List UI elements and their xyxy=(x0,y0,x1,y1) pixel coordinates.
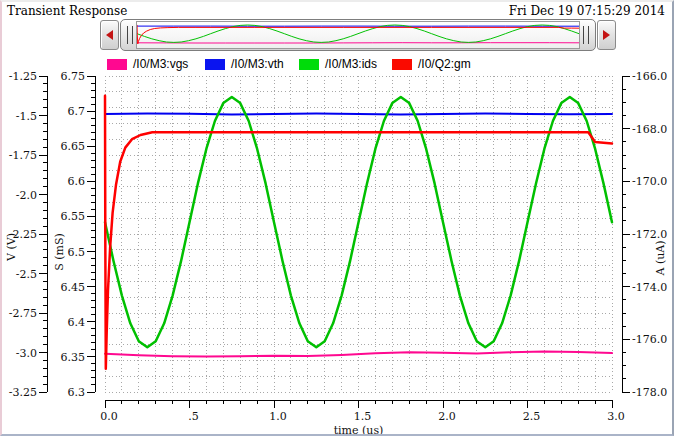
svg-text:6.35: 6.35 xyxy=(61,351,86,364)
svg-text:-178.0: -178.0 xyxy=(632,386,667,399)
svg-text:S (mS): S (mS) xyxy=(53,233,66,271)
scrollbar-thumb[interactable] xyxy=(120,19,596,51)
svg-text:-1.25: -1.25 xyxy=(9,70,37,83)
svg-text:-176.0: -176.0 xyxy=(632,333,667,346)
svg-text:-170.0: -170.0 xyxy=(632,175,667,188)
svg-text:1.0: 1.0 xyxy=(269,410,287,423)
svg-text:-168.0: -168.0 xyxy=(632,123,667,136)
scroll-left-button[interactable] xyxy=(100,20,119,50)
svg-text:3.0: 3.0 xyxy=(607,410,625,423)
svg-text:A (uA): A (uA) xyxy=(654,240,667,276)
plot-canvas[interactable]: -1.25-1.5-1.75-2.0-2.25-2.5-2.75-3.0-3.2… xyxy=(2,68,674,436)
scroll-right-button[interactable] xyxy=(597,20,616,50)
svg-text:6.45: 6.45 xyxy=(61,281,86,294)
svg-text:-1.75: -1.75 xyxy=(9,149,37,162)
svg-text:6.3: 6.3 xyxy=(68,386,86,399)
svg-text:6.65: 6.65 xyxy=(61,140,86,153)
plot-svg: -1.25-1.5-1.75-2.0-2.25-2.5-2.75-3.0-3.2… xyxy=(2,68,674,436)
svg-text:1.5: 1.5 xyxy=(354,410,372,423)
svg-text:-166.0: -166.0 xyxy=(632,70,667,83)
svg-text:6.55: 6.55 xyxy=(61,210,86,223)
svg-text:0.0: 0.0 xyxy=(100,410,118,423)
right-arrow-icon xyxy=(603,30,610,40)
left-arrow-icon xyxy=(106,30,113,40)
waveform-minimap[interactable] xyxy=(136,21,580,49)
svg-text:-3.0: -3.0 xyxy=(16,347,37,360)
thumb-grip-right[interactable] xyxy=(583,26,589,44)
svg-text:-2.0: -2.0 xyxy=(16,189,37,202)
minimap-waveform-svg xyxy=(137,22,579,48)
svg-text:2.5: 2.5 xyxy=(523,410,541,423)
svg-text:6.5: 6.5 xyxy=(68,246,86,259)
thumb-grip-left[interactable] xyxy=(127,26,133,44)
svg-text:-1.5: -1.5 xyxy=(16,110,37,123)
svg-text:-3.25: -3.25 xyxy=(9,386,37,399)
svg-text:2.0: 2.0 xyxy=(438,410,456,423)
svg-text:6.4: 6.4 xyxy=(68,316,86,329)
svg-text:-2.75: -2.75 xyxy=(9,307,37,320)
horizontal-pan-scrollbar xyxy=(100,18,616,52)
svg-text:6.6: 6.6 xyxy=(68,175,86,188)
svg-text:6.7: 6.7 xyxy=(68,105,86,118)
waveform-window: Transient Response Fri Dec 19 07:15:29 2… xyxy=(0,0,674,436)
svg-text:-174.0: -174.0 xyxy=(632,281,667,294)
timestamp: Fri Dec 19 07:15:29 2014 xyxy=(509,4,665,18)
svg-text:V (V): V (V) xyxy=(5,233,18,262)
svg-text:-172.0: -172.0 xyxy=(632,228,667,241)
window-title: Transient Response xyxy=(7,4,127,18)
svg-text:time (us): time (us) xyxy=(334,424,384,436)
svg-text:-2.5: -2.5 xyxy=(16,268,37,281)
svg-text:6.75: 6.75 xyxy=(61,70,86,83)
svg-text:.5: .5 xyxy=(188,410,199,423)
